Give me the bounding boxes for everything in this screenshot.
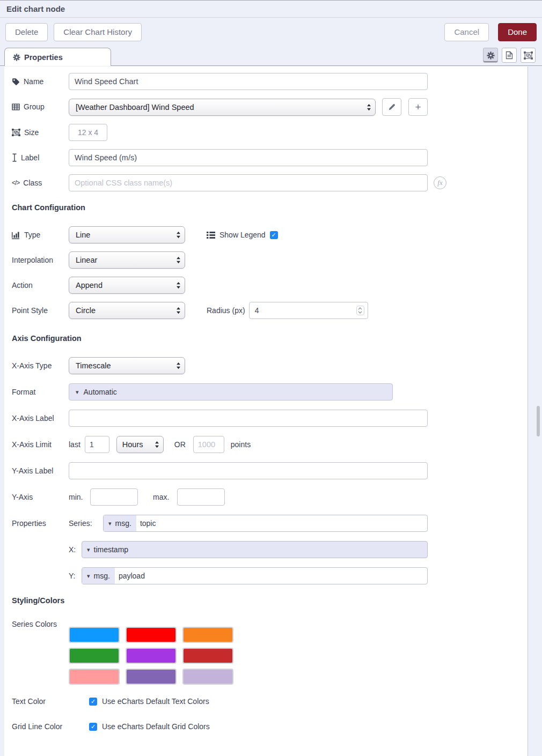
y-axis-label-input[interactable] xyxy=(69,462,428,479)
add-group-button[interactable]: + xyxy=(408,98,428,116)
interpolation-select[interactable]: Linear xyxy=(69,251,185,269)
points-label: points xyxy=(231,440,251,449)
grid-color-checkbox[interactable]: ✓ xyxy=(89,723,97,731)
series-value: topic xyxy=(136,515,160,531)
text-color-checkbox-label: Use eCharts Default Text Colors xyxy=(102,697,209,706)
properties-form: Name Group [Weather Dashboard] Wind Spee… xyxy=(4,66,528,756)
type-row: Type Line Show Legend ✓ xyxy=(12,226,528,243)
properties-view-button[interactable] xyxy=(483,48,498,63)
format-row: Format ▾ Automatic xyxy=(12,383,528,401)
y-max-input[interactable] xyxy=(177,488,225,506)
dialog-titlebar: Edit chart node xyxy=(0,0,542,18)
cancel-button[interactable]: Cancel xyxy=(444,23,489,41)
stepper-icon[interactable] xyxy=(356,306,364,315)
show-legend-label: Show Legend xyxy=(219,231,266,239)
grid-color-label: Grid Line Color xyxy=(12,722,69,732)
x-axis-label-label: X-Axis Label xyxy=(12,413,69,424)
show-legend-checkbox[interactable]: ✓ xyxy=(270,231,278,239)
class-label-group: </> Class xyxy=(12,178,69,188)
appearance-icon xyxy=(524,51,533,60)
group-label-group: Group xyxy=(12,102,69,112)
x-type-prefix[interactable]: ▾ timestamp xyxy=(82,542,133,558)
y-typed-input[interactable]: ▾ msg. payload xyxy=(82,567,428,584)
x-typed-input[interactable]: ▾ timestamp xyxy=(82,541,428,558)
series-field-label: Series: xyxy=(69,519,103,528)
class-label: Class xyxy=(23,178,42,188)
radius-input[interactable] xyxy=(249,302,368,319)
label-input[interactable] xyxy=(69,149,428,166)
series-typed-input[interactable]: ▾ msg. topic xyxy=(103,515,428,532)
color-swatch[interactable] xyxy=(69,669,120,685)
size-label: Size xyxy=(24,128,39,138)
caret-down-icon: ▾ xyxy=(87,547,90,553)
tab-properties-label: Properties xyxy=(24,53,63,62)
limit-last-input[interactable] xyxy=(85,436,109,453)
appearance-view-button[interactable] xyxy=(521,48,536,63)
text-color-checkbox[interactable]: ✓ xyxy=(89,698,97,706)
legend-list-icon xyxy=(207,232,215,239)
size-button[interactable]: 12 x 4 xyxy=(69,124,107,141)
y-value: payload xyxy=(115,568,149,584)
clear-chart-history-button[interactable]: Clear Chart History xyxy=(54,23,142,41)
x-property-row: X: ▾ timestamp xyxy=(12,541,528,558)
group-select[interactable]: [Weather Dashboard] Wind Speed xyxy=(69,99,376,116)
x-axis-type-select-value: Timescale xyxy=(76,361,111,370)
y-max-label: max. xyxy=(153,493,177,501)
done-button[interactable]: Done xyxy=(498,23,537,41)
series-type-prefix[interactable]: ▾ msg. xyxy=(104,515,136,531)
x-axis-label-input[interactable] xyxy=(69,410,428,427)
color-swatch[interactable] xyxy=(182,648,233,664)
type-select[interactable]: Line xyxy=(69,226,185,243)
y-axis-label-label: Y-Axis Label xyxy=(12,466,69,476)
action-select[interactable]: Append xyxy=(69,277,185,294)
x-axis-type-select[interactable]: Timescale xyxy=(69,357,185,374)
name-label: Name xyxy=(24,77,43,87)
color-swatch[interactable] xyxy=(126,648,177,664)
series-colors-grid xyxy=(69,627,233,685)
y-prefix-label: msg. xyxy=(94,572,110,580)
grid-color-checkbox-label: Use eCharts Default Grid Colors xyxy=(102,722,210,731)
class-row: </> Class fx xyxy=(12,174,528,191)
y-min-label: min. xyxy=(69,493,90,501)
y-type-prefix[interactable]: ▾ msg. xyxy=(82,568,115,584)
color-swatch[interactable] xyxy=(126,669,177,685)
type-label: Type xyxy=(24,230,40,240)
y-axis-label-row: Y-Axis Label xyxy=(12,462,528,479)
fx-icon: fx xyxy=(434,176,446,189)
color-swatch[interactable] xyxy=(182,627,233,643)
color-swatch[interactable] xyxy=(126,627,177,643)
select-arrows-icon xyxy=(155,441,159,448)
code-icon: </> xyxy=(12,178,19,188)
color-swatch[interactable] xyxy=(69,648,120,664)
group-select-value: [Weather Dashboard] Wind Speed xyxy=(76,103,194,112)
bar-chart-icon xyxy=(12,231,20,239)
limit-unit-select[interactable]: Hours xyxy=(116,436,164,453)
series-prefix-label: msg. xyxy=(115,519,131,528)
styling-heading: Styling/Colors xyxy=(12,596,528,605)
x-prefix-value: timestamp xyxy=(94,545,129,554)
delete-button[interactable]: Delete xyxy=(5,23,48,41)
color-swatch[interactable] xyxy=(69,627,120,643)
text-color-row: Text Color ✓ Use eCharts Default Text Co… xyxy=(12,693,528,710)
gear-icon xyxy=(13,54,20,61)
axis-config-heading: Axis Configuration xyxy=(12,334,528,343)
edit-group-button[interactable] xyxy=(382,98,401,116)
point-style-select[interactable]: Circle xyxy=(69,302,185,319)
radius-label: Radius (px) xyxy=(207,306,245,315)
action-row: Action Append xyxy=(12,277,528,294)
action-label: Action xyxy=(12,280,69,291)
color-swatch[interactable] xyxy=(182,669,233,685)
description-view-button[interactable] xyxy=(502,48,517,63)
y-property-row: Y: ▾ msg. payload xyxy=(12,567,528,584)
check-icon: ✓ xyxy=(91,699,96,705)
name-input[interactable] xyxy=(69,73,428,90)
class-input[interactable] xyxy=(69,174,428,191)
plus-icon: + xyxy=(415,101,421,113)
limit-points-input[interactable] xyxy=(193,436,224,453)
format-dropdown[interactable]: ▾ Automatic xyxy=(69,383,393,401)
point-style-row: Point Style Circle Radius (px) xyxy=(12,302,528,319)
y-field-label: Y: xyxy=(69,572,82,580)
y-min-input[interactable] xyxy=(90,488,138,506)
vertical-scrollbar[interactable] xyxy=(537,406,540,436)
tab-properties[interactable]: Properties xyxy=(4,48,111,66)
